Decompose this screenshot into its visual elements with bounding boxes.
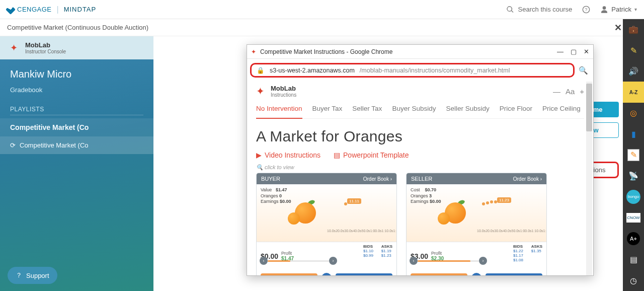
seller-sell-button: Sell at Highest Bid (486, 273, 542, 275)
tab-seller-tax[interactable]: Seller Tax (352, 105, 382, 116)
popup-window: ✦ Competitive Market Instructions - Goog… (247, 44, 594, 276)
person-icon (600, 6, 608, 14)
buyer-slider: ‹› (261, 258, 336, 263)
tab-buyer-tax[interactable]: Buyer Tax (312, 105, 343, 116)
doc-links: ▶Video Instructions ▤Powerpoint Template (256, 151, 584, 159)
moblab-logo-icon: ✦ (7, 41, 20, 54)
brand-separator: | (57, 5, 59, 14)
seller-card[interactable]: SELLEROrder Book › Cost $0.70 Oranges 3 … (406, 173, 547, 275)
popup-titlebar[interactable]: ✦ Competitive Market Instructions - Goog… (247, 45, 593, 59)
ribbon-briefcase-icon[interactable]: 💼 (623, 19, 644, 40)
seller-title: SELLER (411, 176, 432, 182)
document-icon: ▤ (334, 151, 340, 159)
close-icon[interactable]: ✕ (584, 48, 589, 55)
doc-brand: MobLab (271, 85, 296, 92)
seller-bids: BIDS$1.22$1.17$1.08 (513, 244, 523, 262)
seller-order-book: Order Book › (513, 176, 542, 182)
product: MINDTAP (64, 6, 97, 13)
close-icon[interactable]: ✕ (614, 22, 622, 33)
seller-asks: ASKS$1.35 (531, 244, 542, 253)
search-placeholder: Search this course (518, 6, 573, 13)
page-subtitle-bar: Competitive Market (Continuous Double Au… (0, 19, 644, 36)
ribbon-cnow-icon[interactable]: CNOW (626, 213, 640, 223)
ribbon-clock-icon[interactable]: ◷ (623, 270, 644, 291)
buyer-chart: 11.11 (327, 189, 392, 227)
svg-text:?: ? (585, 7, 588, 12)
doc-header: ✦ MobLab Instructions — Aa + (256, 82, 584, 100)
ribbon-audio-icon[interactable]: 📡 (623, 166, 644, 186)
seller-ask-button: Ask (411, 273, 467, 276)
moblab-header: ✦ MobLab Instructor Console (0, 36, 153, 59)
video-instructions-label: Video Instructions (265, 151, 320, 159)
url-host: s3-us-west-2.amazonaws.com (270, 67, 355, 74)
seller-slider: ‹› (411, 258, 486, 263)
maximize-icon[interactable]: ▢ (571, 48, 577, 55)
orange-icon (288, 200, 320, 225)
ribbon-a-plus-icon[interactable]: A+ (627, 232, 640, 245)
moblab-mini-icon: ✦ (251, 48, 256, 55)
playlist-subitem-competitive-market[interactable]: ⟳ Competitive Market (Co (0, 136, 153, 154)
user-menu[interactable]: Patrick ▾ (600, 6, 637, 14)
url-path: /moblab-manuals/instructions/commodity_m… (360, 67, 510, 74)
font-increase-icon[interactable]: + (580, 87, 584, 96)
ppt-template-link[interactable]: ▤Powerpoint Template (334, 151, 409, 159)
support-button[interactable]: ？ Support (8, 267, 57, 284)
minimize-icon[interactable]: — (557, 48, 564, 55)
zoom-icon[interactable]: 🔍 (579, 66, 588, 75)
moblab-title: MobLab (25, 41, 66, 49)
address-bar-row: 🔒 s3-us-west-2.amazonaws.com/moblab-manu… (247, 59, 593, 82)
gradebook-link[interactable]: Gradebook (0, 83, 153, 104)
tab-buyer-subsidy[interactable]: Buyer Subsidy (392, 105, 436, 116)
buyer-card[interactable]: BUYEROrder Book › Value $1.47 Oranges 0 … (256, 173, 397, 275)
buyer-asks: ASKS$1.19$1.23 (381, 244, 392, 258)
brand: CENGAGE (17, 6, 52, 13)
support-label: Support (26, 272, 49, 279)
ribbon-target-icon[interactable]: ◎ (623, 103, 644, 123)
tool-ribbon: 💼 ✎ 🔊 A-Z ◎ ▮ ✎ 📡 bongo CNOW A+ ▤ ◷ (623, 19, 644, 291)
popup-document: ✦ MobLab Instructions — Aa + No Interven… (247, 82, 593, 275)
ribbon-rss-icon[interactable]: 🔊 (623, 61, 644, 82)
buyer-kv: Value $1.47 Oranges 0 Earnings $0.00 (261, 187, 291, 205)
popup-title: Competitive Market Instructions - Google… (260, 48, 392, 55)
help-icon[interactable]: ? (582, 6, 590, 14)
left-sidebar: ✦ MobLab Instructor Console Mankiw Micro… (0, 36, 153, 291)
link-icon: ⟳ (10, 141, 16, 149)
buyer-title: BUYER (261, 176, 280, 182)
seller-price-pill: 11.23 (497, 197, 511, 203)
user-name: Patrick (611, 6, 631, 13)
video-instructions-link[interactable]: ▶Video Instructions (256, 151, 320, 159)
doc-title: A Market for Oranges (256, 119, 584, 151)
font-decrease-icon[interactable]: — (553, 87, 560, 96)
tab-no-intervention[interactable]: No Intervention (256, 105, 302, 119)
moblab-logo-icon: ✦ (256, 85, 265, 97)
font-label: Aa (566, 87, 575, 96)
tab-price-ceiling[interactable]: Price Ceiling (542, 105, 581, 116)
playlist-item-competitive-market[interactable]: Competitive Market (Co (0, 118, 153, 136)
seller-or-chip: or (471, 273, 481, 275)
ribbon-glossary-icon[interactable]: A-Z (623, 82, 644, 102)
moblab-sub: Instructor Console (25, 49, 66, 54)
tab-seller-subsidy[interactable]: Seller Subsidy (446, 105, 489, 116)
playlists-heading: PLAYLISTS (10, 104, 143, 115)
doc-tabs: No Intervention Buyer Tax Seller Tax Buy… (256, 100, 584, 119)
search-icon (506, 6, 514, 14)
ribbon-book-icon[interactable]: ▮ (623, 123, 644, 144)
playlist-subitem-label: Competitive Market (Co (20, 141, 89, 149)
ribbon-bongo-icon[interactable]: bongo (626, 190, 640, 204)
search-course[interactable]: Search this course (506, 6, 573, 14)
scroll-thumb[interactable] (586, 84, 592, 131)
ppt-template-label: Powerpoint Template (343, 151, 409, 159)
page-subtitle: Competitive Market (Continuous Double Au… (7, 24, 148, 31)
ribbon-list-icon[interactable]: ▤ (623, 249, 644, 270)
preview-cards: BUYEROrder Book › Value $1.47 Oranges 0 … (256, 173, 584, 275)
address-bar[interactable]: 🔒 s3-us-west-2.amazonaws.com/moblab-manu… (250, 63, 575, 78)
ribbon-notes-icon[interactable]: ✎ (627, 149, 639, 161)
course-title: Mankiw Micro (0, 59, 153, 83)
tab-price-floor[interactable]: Price Floor (500, 105, 532, 116)
seller-chart: 11.23 (477, 189, 542, 227)
orange-icon (438, 200, 470, 225)
lock-icon: 🔒 (257, 66, 265, 74)
doc-brand-sub: Instructions (271, 92, 296, 98)
ribbon-highlighter-icon[interactable]: ✎ (623, 40, 644, 60)
seller-ticks: 10.0s20.0s30.0s40.0s50.0s1:00.0s1:10.0s1… (477, 229, 542, 233)
